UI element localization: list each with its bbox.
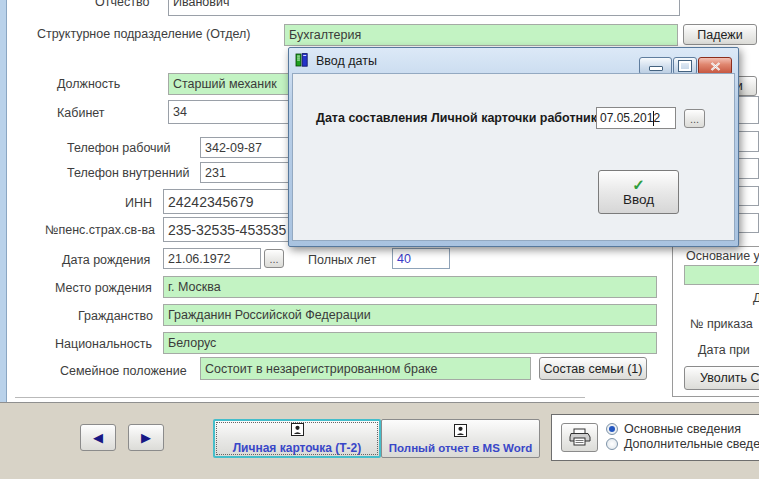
date-input[interactable]: 07.05.2012 [596, 107, 676, 129]
order-number-label: № приказа [690, 317, 753, 331]
inn-label: ИНН [125, 196, 152, 210]
department-label: Структурное подразделение (Отдел) [37, 27, 250, 41]
dismissal-date-label: Д [753, 291, 759, 305]
radio-additional-info[interactable] [606, 438, 618, 450]
date-input-dialog: Ввод даты Дата составления Личной карточ… [288, 47, 739, 247]
close-icon [710, 62, 721, 71]
marital-status-label: Семейное положение [60, 364, 187, 378]
citizenship-label: Гражданство [78, 309, 153, 323]
text-caret [653, 111, 654, 126]
family-composition-button[interactable]: Состав семьи (1) [539, 357, 647, 380]
marital-status-field[interactable]: Состоит в незарегистрированном браке [200, 357, 531, 380]
dialog-body [292, 73, 735, 241]
dismissal-reason-label: Основание у [686, 249, 759, 263]
patronymic-field[interactable]: Иванович [168, 0, 680, 16]
position-label: Должность [57, 77, 120, 91]
date-browse-button[interactable]: ... [684, 109, 705, 128]
dismiss-employee-button[interactable]: Уволить С [684, 366, 759, 390]
dialog-prompt: Дата составления Личной карточки работни… [316, 111, 604, 125]
printer-icon [569, 428, 591, 447]
order-date-label: Дата при [698, 343, 750, 357]
full-years-field[interactable]: 40 [392, 248, 450, 269]
dialog-title: Ввод даты [316, 54, 377, 68]
next-record-button[interactable]: ▶ [128, 424, 164, 451]
minimize-icon [649, 66, 663, 71]
word-report-button-label: Полный отчет в MS Word [389, 442, 532, 454]
nationality-label: Национальность [55, 337, 152, 351]
citizenship-field[interactable]: Гражданин Российской Федерации [163, 304, 657, 326]
panel-edge-line [15, 397, 585, 398]
word-report-button[interactable]: Полный отчет в MS Word [381, 419, 540, 458]
patronymic-label: Отчество [95, 0, 149, 9]
personal-card-button-label: Личная карточка (Т-2) [233, 441, 362, 455]
radio-main-info-label: Основные сведения [624, 422, 741, 436]
radio-additional-info-label: Дополнительные сведен [624, 437, 759, 451]
arrow-left-icon: ◀ [93, 430, 103, 445]
birth-date-browse-button[interactable]: ... [264, 249, 284, 268]
office-label: Кабинет [57, 106, 105, 120]
radio-main-info[interactable] [606, 423, 618, 435]
books-icon [295, 52, 311, 68]
arrow-right-icon: ▶ [141, 430, 151, 445]
enter-button[interactable]: ✓ Ввод [598, 170, 679, 214]
checkmark-icon: ✓ [632, 178, 645, 192]
prev-record-button[interactable]: ◀ [80, 424, 116, 451]
person-card-icon [291, 422, 304, 440]
full-years-label: Полных лет [308, 253, 376, 267]
date-input-value: 07.05.2012 [600, 111, 660, 125]
dismissal-reason-field[interactable] [684, 265, 759, 285]
birth-date-field[interactable]: 21.06.1972 [163, 248, 261, 269]
department-field[interactable]: Бухгалтерия [284, 24, 678, 46]
birth-place-field[interactable]: г. Москва [163, 276, 657, 298]
work-phone-label: Телефон рабочий [67, 141, 171, 155]
personal-card-button[interactable]: Личная карточка (Т-2) [213, 419, 381, 458]
enter-button-label: Ввод [623, 192, 654, 207]
nationality-field[interactable]: Белорус [163, 332, 657, 354]
birth-place-label: Место рождения [55, 281, 152, 295]
birth-date-label: Дата рождения [62, 253, 150, 267]
person-card-icon [454, 423, 467, 441]
maximize-icon [679, 61, 691, 71]
internal-phone-label: Телефон внутренний [67, 166, 190, 180]
print-button[interactable] [561, 423, 598, 452]
cases-button[interactable]: Падежи [683, 24, 757, 45]
pension-cert-label: №пенс.страх.св-ва [45, 223, 155, 237]
